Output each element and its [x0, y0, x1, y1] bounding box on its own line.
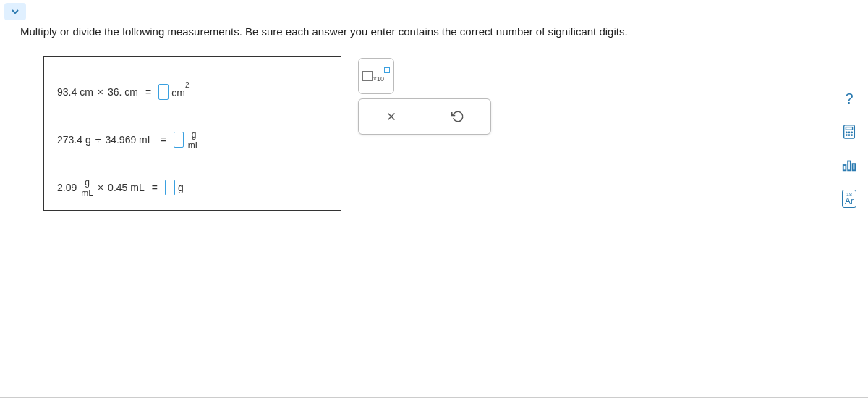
- svg-point-7: [846, 135, 847, 135]
- bar-chart-icon: [841, 157, 857, 173]
- graph-button[interactable]: [838, 153, 861, 177]
- eq1-a: 93.4 cm: [57, 86, 93, 98]
- help-button[interactable]: ?: [838, 87, 861, 110]
- close-icon: [385, 110, 398, 123]
- undo-icon: [451, 110, 464, 123]
- eq3-coef: 2.09: [57, 182, 77, 193]
- svg-rect-11: [848, 161, 851, 171]
- eq2-op: ÷: [95, 134, 101, 146]
- svg-point-9: [851, 135, 852, 135]
- eq3-answer-input[interactable]: [165, 180, 175, 195]
- collapse-toggle[interactable]: [4, 3, 26, 20]
- placeholder-box-icon: [362, 71, 373, 81]
- eq3-frac: g mL: [81, 178, 93, 198]
- scientific-notation-button[interactable]: ×10: [358, 58, 394, 94]
- eq2-unit: g mL: [188, 130, 200, 150]
- divider: [0, 397, 868, 398]
- element-icon: 18 Ar: [842, 190, 856, 208]
- svg-point-4: [846, 132, 847, 132]
- equation-3: 2.09 g mL × 0.45 mL = g: [57, 170, 328, 205]
- eq1-op: ×: [98, 86, 103, 98]
- calculator-button[interactable]: [838, 120, 861, 143]
- action-row: [358, 98, 491, 135]
- svg-point-6: [851, 132, 852, 132]
- periodic-table-button[interactable]: 18 Ar: [838, 187, 861, 210]
- eq2-b: 34.969 mL: [105, 134, 153, 146]
- equation-1: 93.4 cm × 36. cm = cm2: [57, 75, 328, 109]
- problem-box: 93.4 cm × 36. cm = cm2 273.4 g ÷ 34.969 …: [43, 56, 341, 211]
- calculator-icon: [841, 124, 857, 140]
- exponent-box-icon: [384, 67, 390, 73]
- equals-sign: =: [145, 86, 151, 98]
- equals-sign: =: [152, 182, 158, 193]
- clear-button[interactable]: [359, 99, 425, 134]
- eq3-op: ×: [98, 182, 103, 193]
- eq1-answer-input[interactable]: [158, 84, 169, 100]
- svg-rect-3: [846, 127, 852, 130]
- svg-point-8: [848, 135, 849, 135]
- svg-point-5: [848, 132, 849, 132]
- svg-rect-12: [853, 164, 856, 170]
- chevron-down-icon: [9, 6, 21, 17]
- side-rail: ? 18 Ar: [830, 87, 868, 210]
- help-icon: ?: [845, 91, 853, 107]
- eq3-unit: g: [178, 182, 184, 193]
- eq2-a: 273.4 g: [57, 134, 91, 146]
- toolbox: ×10: [358, 58, 481, 94]
- eq2-answer-input[interactable]: [174, 132, 184, 148]
- reset-button[interactable]: [425, 99, 491, 134]
- eq3-b: 0.45 mL: [108, 182, 145, 193]
- question-text: Multiply or divide the following measure…: [20, 25, 628, 38]
- equation-2: 273.4 g ÷ 34.969 mL = g mL: [57, 122, 328, 157]
- eq1-unit: cm2: [171, 85, 189, 98]
- equals-sign: =: [161, 134, 166, 146]
- svg-rect-10: [843, 165, 846, 170]
- eq1-b: 36. cm: [108, 86, 138, 98]
